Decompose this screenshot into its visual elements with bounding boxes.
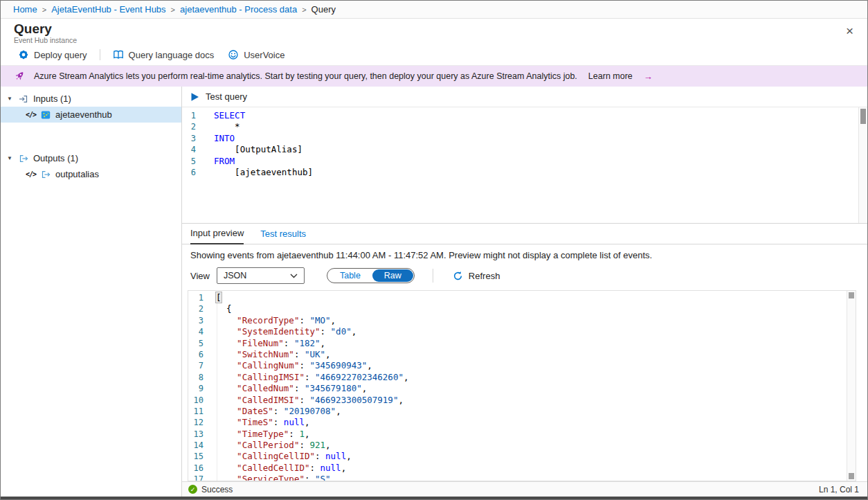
code-line: 8 "CallingIMSI": "466922702346260", (188, 372, 856, 383)
deploy-query-label: Deploy query (34, 50, 87, 60)
json-viewer[interactable]: 1[2 {3 "RecordType": "MO",4 "SystemIdent… (188, 290, 856, 481)
code-line: 2 * (182, 121, 867, 132)
line-number: 6 (188, 349, 210, 360)
code-line: 11 "DateS": "20190708", (188, 406, 856, 417)
line-number: 15 (188, 451, 210, 462)
caret-down-icon: ▼ (7, 155, 14, 161)
play-icon (190, 92, 199, 102)
sidebar-item-ajetaeventhub[interactable]: </> ajetaeventhub (1, 107, 181, 123)
line-number: 11 (188, 406, 210, 417)
line-number: 5 (188, 338, 210, 349)
view-select-value: JSON (224, 271, 246, 280)
sql-editor[interactable]: 1SELECT2 *3INTO4 [OutputAlias]5FROM6 [aj… (182, 107, 867, 224)
refresh-label: Refresh (469, 271, 500, 281)
view-label: View (190, 271, 210, 281)
code-line: 17 "ServiceType": "S", (188, 474, 856, 481)
deploy-query-button[interactable]: Deploy query (14, 46, 91, 63)
uservoice-button[interactable]: UserVoice (224, 46, 289, 63)
breadcrumb-separator-icon: > (302, 6, 306, 14)
smiley-icon (228, 49, 239, 60)
query-language-docs-button[interactable]: Query language docs (109, 46, 219, 63)
line-number: 4 (182, 144, 206, 155)
tree-spacer (1, 123, 181, 150)
breadcrumb-link-process-data[interactable]: ajetaeventhub - Process data (180, 4, 297, 15)
line-number: 3 (188, 315, 210, 326)
scrollbar-down-button[interactable] (849, 473, 854, 479)
query-main-panel: Test query 1SELECT2 *3INTO4 [OutputAlias… (182, 87, 867, 497)
refresh-button[interactable]: Refresh (453, 271, 500, 281)
line-number: 10 (188, 395, 210, 406)
editor-scrollbar[interactable] (858, 107, 867, 223)
breadcrumb-separator-icon: > (171, 6, 175, 14)
sql-code: 1SELECT2 *3INTO4 [OutputAlias]5FROM6 [aj… (182, 110, 867, 178)
line-number: 9 (188, 383, 210, 394)
inputs-group-header[interactable]: ▼ Inputs (1) (1, 91, 181, 107)
scrollbar-thumb[interactable] (860, 109, 866, 124)
line-number: 1 (188, 292, 210, 303)
test-query-bar: Test query (182, 87, 867, 107)
code-line: 3INTO (182, 133, 867, 144)
window-bottom-edge (1, 497, 867, 499)
query-blade: Home > AjetaEventHub - Event Hubs > ajet… (0, 0, 868, 500)
outputs-group-label: Outputs (1) (33, 153, 78, 163)
line-number: 6 (182, 167, 206, 178)
learn-more-link[interactable]: Learn more (588, 71, 633, 81)
table-raw-toggle: Table Raw (327, 268, 415, 283)
test-query-button[interactable]: Test query (190, 91, 247, 102)
refresh-icon (453, 271, 463, 281)
line-number: 2 (182, 121, 206, 132)
line-number: 7 (188, 360, 210, 371)
line-number: 17 (188, 474, 210, 481)
tab-test-results[interactable]: Test results (260, 229, 306, 244)
breadcrumb-separator-icon: > (42, 6, 46, 14)
close-icon: × (846, 24, 853, 38)
code-line: 15 "CallingCellID": null, (188, 451, 856, 462)
breadcrumb-link-home[interactable]: Home (13, 4, 37, 15)
view-select[interactable]: JSON (217, 267, 305, 284)
chevron-down-icon (290, 274, 298, 278)
sidebar-item-outputalias[interactable]: </> outputalias (1, 166, 181, 182)
event-hub-icon (41, 110, 51, 120)
toggle-table[interactable]: Table (328, 269, 372, 282)
json-scrollbar[interactable] (847, 291, 856, 481)
line-number: 12 (188, 417, 210, 428)
close-button[interactable]: × (842, 23, 858, 39)
test-query-label: Test query (206, 91, 247, 102)
breadcrumb: Home > AjetaEventHub - Event Hubs > ajet… (1, 1, 867, 19)
outputs-group-header[interactable]: ▼ Outputs (1) (1, 150, 181, 166)
tab-input-preview[interactable]: Input preview (190, 228, 244, 244)
banner-text: Azure Stream Analytics lets you perform … (34, 71, 577, 81)
caret-down-icon: ▼ (7, 96, 14, 102)
view-controls: View JSON Table Raw Refresh (190, 267, 867, 285)
line-number: 14 (188, 440, 210, 451)
line-number: 1 (182, 110, 206, 121)
code-line: 13 "TimeType": 1, (188, 429, 856, 440)
preview-status-text: Showing events from ajetaeventhub 11:44:… (190, 250, 867, 261)
learn-more-arrow-icon: → (644, 71, 653, 82)
stream-analytics-rocket-icon (13, 70, 26, 82)
cursor-position: Ln 1, Col 1 (819, 485, 859, 494)
code-line: 3 "RecordType": "MO", (188, 315, 856, 326)
deploy-icon (18, 49, 29, 60)
toolbar-divider (100, 49, 100, 60)
outputs-icon (19, 154, 28, 163)
output-item-label: outputalias (55, 169, 99, 179)
blade-header: Query Event Hub instance × (1, 19, 867, 44)
line-number: 4 (188, 326, 210, 337)
line-number: 16 (188, 463, 210, 474)
stream-analytics-banner: Azure Stream Analytics lets you perform … (1, 66, 867, 87)
page-subtitle: Event Hub instance (14, 36, 77, 44)
page-title: Query (14, 21, 77, 36)
code-line: 4 [OutputAlias] (182, 144, 867, 155)
code-line: 1SELECT (182, 110, 867, 121)
input-item-label: ajetaeventhub (55, 109, 112, 120)
code-line: 7 "CallingNum": "345690943", (188, 360, 856, 371)
toggle-raw[interactable]: Raw (372, 269, 413, 282)
view-row-divider (433, 269, 433, 283)
scrollbar-thumb[interactable] (849, 292, 854, 298)
output-icon (41, 170, 51, 179)
breadcrumb-link-eventhub-namespace[interactable]: AjetaEventHub - Event Hubs (51, 4, 165, 15)
code-line: 10 "CalledIMSI": "466923300507919", (188, 395, 856, 406)
inputs-icon (19, 94, 28, 104)
blade-titles: Query Event Hub instance (14, 21, 77, 44)
